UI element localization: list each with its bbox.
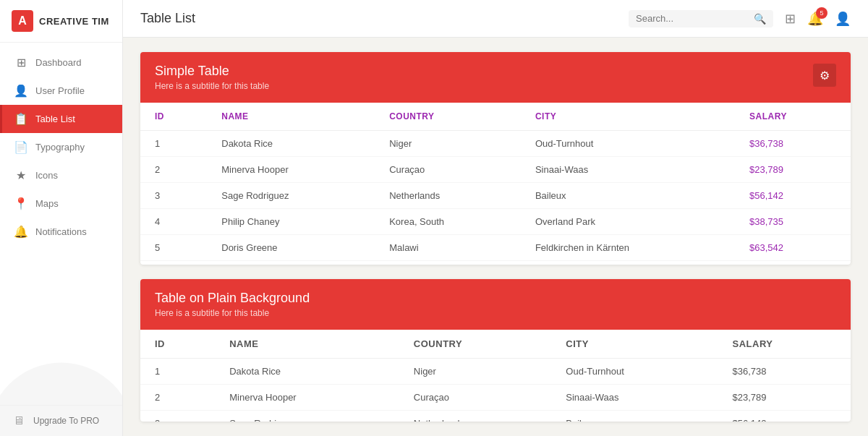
sidebar-item-user-profile[interactable]: 👤 User Profile — [0, 77, 122, 105]
maps-icon: 📍 — [14, 197, 28, 210]
sidebar-item-table-list-label: Table List — [35, 114, 75, 124]
table-list-icon: 📋 — [14, 112, 28, 126]
sidebar-item-dashboard[interactable]: ⊞ Dashboard — [0, 48, 122, 77]
main-area: Table List 🔍 ⊞ 🔔 5 👤 Simple Table Here i… — [123, 0, 868, 436]
cell-salary: $38,735 — [735, 209, 851, 235]
typography-icon: 📄 — [14, 140, 28, 154]
table-row: 3 Sage Rodriguez Netherlands Baileux $56… — [140, 411, 851, 422]
simple-table-header: Simple Table Here is a subtitle for this… — [140, 52, 851, 103]
header: Table List 🔍 ⊞ 🔔 5 👤 — [123, 0, 868, 38]
sidebar-nav: ⊞ Dashboard 👤 User Profile 📋 Table List … — [0, 43, 122, 405]
cell-city: Baileux — [521, 183, 735, 209]
plain-table-header-row: ID Name Country City Salary — [140, 330, 851, 359]
sidebar-item-typography-label: Typography — [35, 142, 85, 153]
cell-country: Malawi — [375, 235, 521, 261]
cell-city: Gloucester — [521, 261, 735, 265]
upgrade-label: Upgrade To PRO — [33, 416, 99, 426]
dashboard-icon: ⊞ — [14, 56, 28, 69]
user-menu-button[interactable]: 👤 — [835, 11, 851, 27]
app-logo-icon: A — [12, 10, 33, 32]
simple-table-settings-button[interactable]: ⚙ — [813, 64, 836, 87]
cell-country: Curaçao — [375, 157, 521, 183]
cell-salary: $36,738 — [735, 131, 851, 157]
cell-salary: $63,542 — [735, 235, 851, 261]
search-input[interactable] — [636, 13, 749, 24]
cell-id: 3 — [140, 183, 207, 209]
sidebar-item-maps-label: Maps — [35, 198, 59, 209]
cell-name: Mason Porter — [207, 261, 375, 265]
upgrade-button[interactable]: 🖥 Upgrade To PRO — [0, 405, 122, 436]
plain-col-country: Country — [399, 330, 551, 359]
plain-table-subtitle: Here is a subtitle for this table — [155, 308, 310, 318]
plain-table-card: Table on Plain Background Here is a subt… — [140, 279, 851, 422]
cell-city: Feldkirchen in Kärnten — [521, 235, 735, 261]
col-name: Name — [207, 103, 375, 131]
icons-icon: ★ — [14, 168, 28, 182]
table-row: 1 Dakota Rice Niger Oud-Turnhout $36,738 — [140, 131, 851, 157]
sidebar-item-dashboard-label: Dashboard — [35, 57, 82, 68]
sidebar-item-notifications-label: Notifications — [35, 226, 87, 237]
plain-table-header: Table on Plain Background Here is a subt… — [140, 279, 851, 330]
table-row: 1 Dakota Rice Niger Oud-Turnhout $36,738 — [140, 359, 851, 385]
sidebar-item-icons[interactable]: ★ Icons — [0, 161, 122, 189]
plain-col-city: City — [551, 330, 718, 359]
sidebar: A CREATIVE TIM ⊞ Dashboard 👤 User Profil… — [0, 0, 123, 436]
notifications-badge: 5 — [816, 7, 827, 19]
simple-table-title: Simple Table — [155, 64, 269, 79]
simple-table-header-row: ID Name Country City Salary — [140, 103, 851, 131]
header-icons: ⊞ 🔔 5 👤 — [785, 11, 851, 27]
cell-id: 5 — [140, 235, 207, 261]
cell-city: Sinaai-Waas — [521, 157, 735, 183]
simple-table-subtitle: Here is a subtitle for this table — [155, 81, 269, 91]
search-box: 🔍 — [629, 10, 773, 27]
cell-country: Korea, South — [375, 209, 521, 235]
plain-table-title: Table on Plain Background — [155, 291, 310, 306]
col-city: City — [521, 103, 735, 131]
cell-id: 2 — [140, 385, 215, 411]
simple-table-card: Simple Table Here is a subtitle for this… — [140, 52, 851, 265]
notifications-bell-button[interactable]: 🔔 5 — [807, 11, 823, 27]
col-id: ID — [140, 103, 207, 131]
search-icon[interactable]: 🔍 — [754, 13, 766, 25]
cell-id: 2 — [140, 157, 207, 183]
upgrade-icon: 🖥 — [12, 414, 26, 427]
cell-name: Dakota Rice — [215, 359, 399, 385]
cell-salary: $23,789 — [735, 157, 851, 183]
plain-table-header-text: Table on Plain Background Here is a subt… — [155, 291, 310, 318]
cell-city: Overland Park — [521, 209, 735, 235]
app-name: CREATIVE TIM — [39, 16, 109, 27]
plain-col-name: Name — [215, 330, 399, 359]
table-row: 4 Philip Chaney Korea, South Overland Pa… — [140, 209, 851, 235]
cell-city: Oud-Turnhout — [551, 359, 718, 385]
grid-view-button[interactable]: ⊞ — [785, 11, 796, 27]
page-title: Table List — [140, 11, 617, 26]
sidebar-item-typography[interactable]: 📄 Typography — [0, 133, 122, 161]
cell-country: Netherlands — [399, 411, 551, 422]
table-row: 2 Minerva Hooper Curaçao Sinaai-Waas $23… — [140, 385, 851, 411]
sidebar-item-notifications[interactable]: 🔔 Notifications — [0, 218, 122, 246]
cell-salary: $56,142 — [735, 183, 851, 209]
content-area: Simple Table Here is a subtitle for this… — [123, 38, 868, 436]
cell-id: 6 — [140, 261, 207, 265]
simple-table-body: 1 Dakota Rice Niger Oud-Turnhout $36,738… — [140, 131, 851, 265]
table-row: 3 Sage Rodriguez Netherlands Baileux $56… — [140, 183, 851, 209]
cell-country: Niger — [375, 131, 521, 157]
cell-name: Sage Rodriguez — [207, 183, 375, 209]
plain-col-salary: Salary — [718, 330, 851, 359]
sidebar-logo: A CREATIVE TIM — [0, 0, 122, 43]
col-country: Country — [375, 103, 521, 131]
plain-col-id: ID — [140, 330, 215, 359]
cell-id: 4 — [140, 209, 207, 235]
cell-city: Oud-Turnhout — [521, 131, 735, 157]
cell-name: Philip Chaney — [207, 209, 375, 235]
table-row: 5 Doris Greene Malawi Feldkirchen in Kär… — [140, 235, 851, 261]
cell-country: Curaçao — [399, 385, 551, 411]
simple-table-header-text: Simple Table Here is a subtitle for this… — [155, 64, 269, 91]
cell-city: Sinaai-Waas — [551, 385, 718, 411]
plain-table-body: 1 Dakota Rice Niger Oud-Turnhout $36,738… — [140, 359, 851, 422]
cell-salary: $23,789 — [718, 385, 851, 411]
sidebar-item-maps[interactable]: 📍 Maps — [0, 189, 122, 218]
sidebar-item-table-list[interactable]: 📋 Table List — [0, 105, 122, 133]
cell-salary: $78,615 — [735, 261, 851, 265]
table-row: 2 Minerva Hooper Curaçao Sinaai-Waas $23… — [140, 157, 851, 183]
